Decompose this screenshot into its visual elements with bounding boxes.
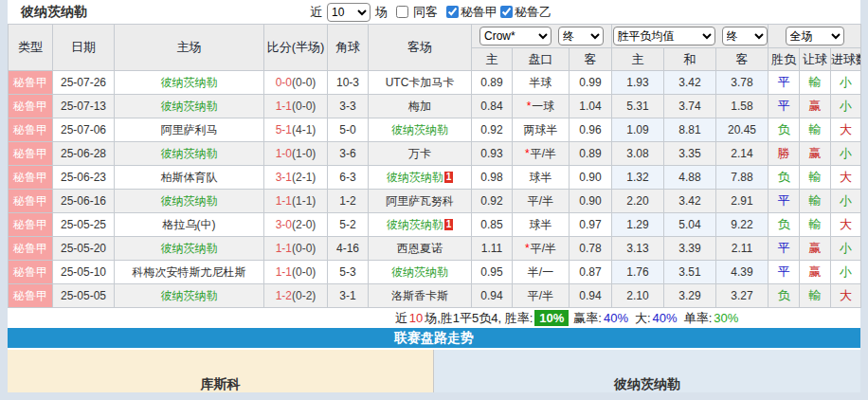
result-cell: 负	[769, 284, 800, 308]
give-result-cell: 輸	[800, 213, 831, 237]
filter-controls: 近 10 场 同客 秘鲁甲 秘鲁乙	[307, 3, 554, 22]
give-result-cell: 輸	[800, 71, 831, 95]
recent-count-select[interactable]: 10	[327, 3, 371, 22]
home-team-cell: 彼纳茨纳勒	[115, 190, 264, 213]
top-bar: 彼纳茨纳勒 近 10 场 同客 秘鲁甲 秘鲁乙	[8, 0, 860, 24]
table-row: 秘鲁甲25-07-06阿里萨利马5-1(4-1)5-0彼纳茨纳勒0.92两球半0…	[9, 118, 861, 142]
result-cell: 平	[769, 261, 800, 284]
fulltime-score: 0-0	[276, 76, 292, 89]
same-away-checkbox[interactable]	[396, 6, 408, 18]
league-type-cell: 秘鲁甲	[9, 213, 53, 237]
avg-state-select[interactable]: 终	[722, 27, 768, 45]
trend-title: 联赛盘路走势	[394, 330, 474, 347]
corner-cell: 5-3	[328, 261, 369, 284]
give-result-cell: 赢	[800, 142, 831, 166]
league-b-label: 秘鲁乙	[515, 4, 552, 21]
halftime-score: (1-0)	[292, 147, 316, 160]
big-value: 40%	[653, 311, 678, 325]
team-name: 彼纳茨纳勒	[391, 123, 448, 136]
give-result-cell: 輸	[800, 284, 831, 308]
result-cell: 平	[769, 190, 800, 213]
period-select[interactable]: 全场	[786, 27, 844, 45]
away-team-cell: UTC卡加马卡	[369, 71, 472, 95]
avg-away-cell: 2.14	[716, 142, 769, 166]
handicap-cell: 半球	[513, 71, 570, 95]
odds-home-cell: 0.92	[472, 190, 513, 213]
team-name: 彼纳茨纳勒	[161, 194, 218, 208]
table-row: 秘鲁甲25-07-13彼纳茨纳勒1-1(0-0)3-3梅加0.84*一球1.04…	[9, 95, 861, 118]
match-history-table: 类型 日期 主场 比分(半场) 角球 客场 Crow* 终 胜平负均值 终	[8, 24, 861, 308]
home-team-cell: 格拉乌(中)	[115, 213, 264, 237]
fulltime-score: 1-1	[276, 265, 292, 279]
goals-cell: 大	[831, 118, 861, 142]
odds-away-cell: 0.99	[570, 71, 612, 95]
period-dropdown-group: 全场	[769, 25, 861, 48]
col-header-goals: 进球数	[831, 48, 861, 71]
fulltime-score: 5-1	[276, 123, 292, 136]
stats-panel: 彼纳茨纳勒 近 10 场 同客 秘鲁甲 秘鲁乙 类型 日期 主场	[8, 0, 860, 392]
league-a-checkbox[interactable]	[446, 6, 459, 18]
halftime-score: (0-0)	[292, 265, 316, 279]
score-cell: 0-0(0-0)	[264, 71, 328, 95]
give-result-cell: 輸	[800, 118, 831, 142]
avg-home-cell: 3.13	[612, 237, 664, 261]
red-card-badge: 1	[444, 219, 454, 230]
avg-home-cell: 1.09	[612, 118, 664, 142]
avg-metric-select[interactable]: 胜平负均值	[613, 27, 715, 45]
handicap-star: *	[527, 100, 532, 113]
odds-away-cell: 0.94	[570, 284, 612, 308]
corner-cell: 3-6	[328, 142, 369, 166]
col-header-score: 比分(半场)	[264, 25, 328, 71]
away-team-cell: 彼纳茨纳勒	[369, 261, 472, 284]
league-b-checkbox[interactable]	[500, 6, 513, 18]
team-name: 彼纳茨纳勒	[387, 218, 443, 231]
odds-company-select[interactable]: Crow*	[479, 27, 552, 45]
fulltime-score: 1-2	[276, 289, 292, 302]
goals-cell: 小	[831, 71, 861, 95]
score-cell: 1-1(1-1)	[264, 190, 328, 213]
home-team-cell: 阿里萨利马	[115, 118, 264, 142]
odds-home-cell: 1.11	[472, 237, 513, 261]
trend-title-bar: 联赛盘路走势	[8, 328, 860, 350]
odds-away-cell: 1.04	[570, 95, 612, 118]
odds-state-select[interactable]: 终	[558, 27, 604, 45]
handicap-cell: 平/半	[513, 190, 570, 213]
team-name: UTC卡加马卡	[386, 76, 455, 89]
odds-away-cell: 0.90	[570, 166, 612, 190]
goals-cell: 小	[831, 237, 861, 261]
avg-draw-cell: 3.42	[664, 190, 716, 213]
odds-home-cell: 0.89	[472, 71, 513, 95]
avg-away-cell: 20.45	[716, 118, 769, 142]
avg-draw-cell: 3.51	[664, 261, 716, 284]
avg-away-cell: 9.22	[716, 213, 769, 237]
halftime-score: (0-0)	[292, 100, 316, 113]
league-type-cell: 秘鲁甲	[9, 284, 53, 308]
avg-home-cell: 3.08	[612, 142, 664, 166]
team-name: 彼纳茨纳勒	[161, 100, 218, 113]
handicap-star: *	[525, 147, 530, 160]
away-team-cell: 万卡	[369, 142, 472, 166]
red-card-badge: 1	[444, 172, 454, 183]
corner-cell: 5-0	[328, 118, 369, 142]
result-cell: 负	[769, 166, 800, 190]
avg-home-cell: 1.32	[612, 166, 664, 190]
col-header-away: 客场	[369, 25, 472, 71]
date-cell: 25-05-25	[53, 213, 115, 237]
score-cell: 1-1(0-0)	[264, 237, 328, 261]
team-name: 彼纳茨纳勒	[161, 242, 218, 255]
col-header-result: 胜负	[769, 48, 800, 71]
score-cell: 1-2(0-2)	[264, 284, 328, 308]
odds-home-cell: 0.94	[472, 284, 513, 308]
odds-dropdown-group: Crow* 终	[472, 25, 612, 48]
handicap-cell: 半/一	[513, 261, 570, 284]
avg-draw-cell: 4.88	[664, 166, 716, 190]
team-name: 彼纳茨纳勒	[391, 265, 448, 279]
summary-near: 近	[395, 310, 407, 327]
goals-cell: 大	[831, 213, 861, 237]
table-row: 秘鲁甲25-05-25格拉乌(中)3-0(2-0)5-2彼纳茨纳勒10.85球半…	[9, 213, 861, 237]
halftime-score: (1-1)	[292, 194, 316, 208]
handicap-cell: 球半	[513, 213, 570, 237]
col-header-odds-away: 客	[570, 48, 612, 71]
handicap-cell: 平/半	[513, 284, 570, 308]
away-team-cell: 洛斯香卡斯	[369, 284, 472, 308]
